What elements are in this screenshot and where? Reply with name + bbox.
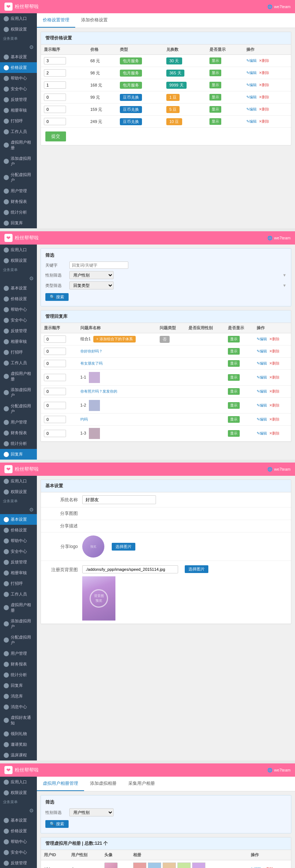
sidebar2-basic[interactable]: 基本设置	[0, 283, 37, 294]
sidebar4-gear[interactable]: ⚙	[0, 806, 37, 815]
show-btn[interactable]: 显示	[209, 82, 221, 88]
sidebar3-finance[interactable]: 财务报表	[0, 659, 37, 670]
delete-link[interactable]: ✕删除	[259, 95, 269, 99]
order-input-4[interactable]	[44, 360, 66, 367]
sidebar3-price[interactable]: 价格设置	[0, 525, 37, 535]
sidebar3-album-review[interactable]: 相册审核	[0, 567, 37, 578]
sidebar3-msg-center[interactable]: 消息中心	[0, 702, 37, 712]
sidebar3-gift[interactable]: 领到礼物	[0, 728, 37, 739]
sidebar3-help[interactable]: 帮助中心	[0, 535, 37, 546]
sidebar2-greet[interactable]: 打招呼	[0, 347, 37, 358]
tab-add-virtual-album[interactable]: 添加虚拟相册	[84, 777, 122, 791]
order-input[interactable]	[44, 57, 66, 64]
order-input-9[interactable]	[44, 430, 66, 437]
order-input-6[interactable]	[44, 388, 66, 395]
order-input[interactable]	[44, 69, 66, 77]
sidebar2-price[interactable]: 价格设置	[0, 294, 37, 304]
sidebar3-add-virtual[interactable]: 添加虚拟用户	[0, 616, 37, 632]
edit-link[interactable]: ✎编辑	[246, 83, 257, 87]
edit-link-6[interactable]: ✎编辑	[257, 389, 267, 393]
show-btn-8[interactable]: 显示	[228, 416, 240, 423]
delete-link-3[interactable]: ✕删除	[269, 349, 280, 353]
sidebar4-basic[interactable]: 基本设置	[0, 815, 37, 826]
edit-link-2[interactable]: ✎编辑	[257, 337, 267, 341]
show-btn-2[interactable]: 显示	[228, 336, 240, 342]
sidebar2-security[interactable]: 安全中心	[0, 315, 37, 326]
sidebar-item-basic[interactable]: 基本设置	[0, 52, 37, 62]
sidebar-item-user-manage[interactable]: 用户管理	[0, 186, 37, 196]
sidebar2-user-manage[interactable]: 用户管理	[0, 417, 37, 428]
sidebar4-app-entry[interactable]: 应用入口	[0, 777, 37, 787]
sidebar-item-virtual-album[interactable]: 虚拟用户相册	[0, 137, 37, 153]
show-btn-3[interactable]: 显示	[228, 348, 240, 355]
edit-link-3[interactable]: ✎编辑	[257, 349, 267, 353]
tab-virtual-album-manage[interactable]: 虚拟用户相册管理	[37, 777, 84, 791]
search-button-4[interactable]: 🔍 搜索	[45, 820, 69, 828]
reg-bg-path-input[interactable]	[82, 565, 178, 573]
order-input-3[interactable]	[44, 348, 66, 355]
delete-link-5[interactable]: ✕删除	[269, 375, 280, 379]
delete-link-6[interactable]: ✕删除	[269, 389, 280, 393]
search-button-2[interactable]: 🔍 搜索	[45, 293, 69, 301]
order-input[interactable]	[44, 118, 66, 125]
delete-link-2[interactable]: ✕删除	[269, 337, 280, 341]
sidebar2-add-virtual[interactable]: 添加虚拟用户	[0, 384, 37, 401]
delete-link[interactable]: ✕删除	[259, 83, 269, 87]
delete-link-8[interactable]: ✕删除	[269, 417, 280, 421]
delete-link-7[interactable]: ✕删除	[269, 403, 280, 407]
sidebar2-assign-virtual[interactable]: 分配虚拟用户	[0, 401, 37, 417]
choose-reg-bg-btn[interactable]: 选择图片	[185, 565, 208, 573]
show-btn-9[interactable]: 显示	[228, 430, 240, 437]
sidebar-gear-1[interactable]: ⚙	[0, 43, 37, 52]
sidebar-item-finance[interactable]: 财务报表	[0, 196, 37, 207]
edit-link-9[interactable]: ✎编辑	[257, 431, 267, 435]
edit-link[interactable]: ✎编辑	[246, 71, 257, 75]
sidebar4-security[interactable]: 安全中心	[0, 847, 37, 858]
sidebar2-finance[interactable]: 财务报表	[0, 428, 37, 438]
sidebar-item-price[interactable]: 价格设置	[0, 62, 37, 73]
sidebar2-gear[interactable]: ⚙	[0, 274, 37, 283]
sidebar-item-stats[interactable]: 统计分析	[0, 207, 37, 218]
order-input-8[interactable]	[44, 416, 66, 423]
delete-link[interactable]: ✕删除	[259, 71, 269, 75]
sidebar3-virtual-notify[interactable]: 虚拟好友通知	[0, 712, 37, 728]
show-btn[interactable]: 显示	[209, 70, 221, 76]
edit-link-4[interactable]: ✎编辑	[257, 361, 267, 365]
sidebar3-stats[interactable]: 统计分析	[0, 670, 37, 680]
show-btn-5[interactable]: 显示	[228, 374, 240, 381]
gender-select-4[interactable]: 用户性别	[69, 808, 114, 816]
sidebar3-staff[interactable]: 工作人员	[0, 589, 37, 600]
sidebar-item-greet[interactable]: 打招呼	[0, 116, 37, 126]
type-select[interactable]: 回复类型	[69, 281, 114, 289]
sidebar3-gear[interactable]: ⚙	[0, 505, 37, 514]
sidebar2-feedback[interactable]: 反馈管理	[0, 326, 37, 336]
sidebar-item-app-entry[interactable]: 应用入口	[0, 13, 37, 24]
keyword-input[interactable]	[69, 261, 128, 269]
sidebar-item-album-review[interactable]: 相册审核	[0, 105, 37, 116]
sidebar3-reply-lib[interactable]: 回复库	[0, 680, 37, 691]
sidebar4-permission[interactable]: 权限设置	[0, 787, 37, 798]
delete-link[interactable]: ✕删除	[259, 59, 269, 63]
sysname-input[interactable]	[82, 495, 156, 504]
sidebar2-album-review[interactable]: 相册审核	[0, 336, 37, 347]
show-btn[interactable]: 显示	[209, 118, 221, 125]
show-btn-7[interactable]: 显示	[228, 402, 240, 409]
edit-link[interactable]: ✎编辑	[246, 59, 257, 63]
show-btn-4[interactable]: 显示	[228, 360, 240, 367]
gender-select[interactable]: 用户性别	[69, 271, 114, 279]
add-child-badge[interactable]: + 添加组合下的子体系	[93, 336, 136, 342]
delete-link-4[interactable]: ✕删除	[269, 361, 280, 365]
sidebar3-user-manage[interactable]: 用户管理	[0, 648, 37, 659]
sidebar3-invite[interactable]: 邀请奖励	[0, 739, 37, 750]
submit-button[interactable]: 提交	[45, 131, 66, 141]
show-btn[interactable]: 显示	[209, 94, 221, 101]
sidebar-item-permission[interactable]: 权限设置	[0, 24, 37, 35]
show-btn-6[interactable]: 显示	[228, 388, 240, 395]
sidebar-item-reply-lib[interactable]: 回复库	[0, 218, 37, 228]
sidebar3-app-entry[interactable]: 应用入口	[0, 476, 37, 486]
sidebar2-help[interactable]: 帮助中心	[0, 304, 37, 315]
choose-logo-btn[interactable]: 选择图片	[112, 543, 135, 551]
sidebar3-virtual-album[interactable]: 虚拟用户相册	[0, 600, 37, 616]
sidebar3-msg-lib[interactable]: 消息库	[0, 691, 37, 702]
question-link-2[interactable]: 有女朋友了吗	[80, 361, 103, 365]
